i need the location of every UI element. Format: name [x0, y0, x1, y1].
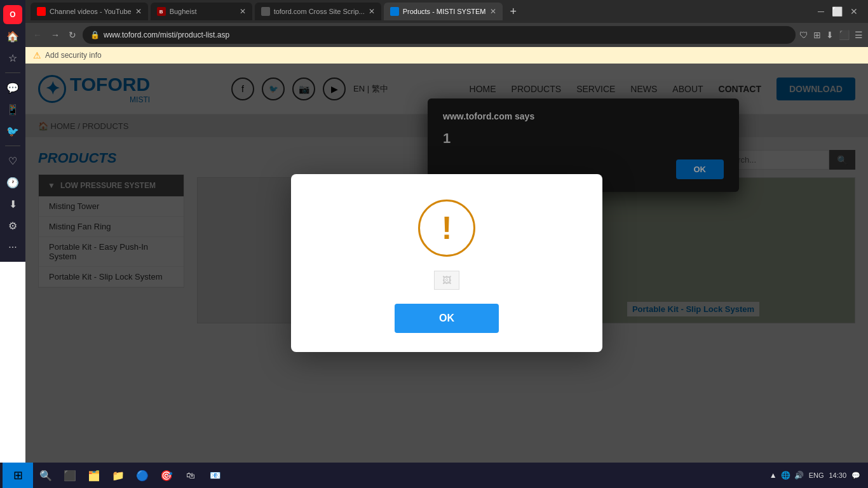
menu-icon[interactable]: ☰	[855, 30, 863, 40]
security-bar: ⚠ Add security info	[25, 47, 868, 64]
volume-icon[interactable]: 🔊	[794, 471, 804, 480]
taskbar-right: ▲ 🌐 🔊 ENG 14:30 💬	[770, 471, 865, 480]
opera-history-icon[interactable]: 🕐	[3, 173, 22, 192]
start-button[interactable]: ⊞	[3, 463, 33, 488]
notification-icon[interactable]: 💬	[851, 471, 860, 480]
broken-image-icon: 🖼	[442, 275, 451, 285]
security-warning-icon: ⚠	[33, 50, 41, 60]
page-wrapper: ✦ TOFORD MISTI f 🐦 📷 ▶ EN | 繁中 HOME PROD…	[25, 64, 868, 488]
back-button[interactable]: ←	[31, 27, 44, 43]
prod-favicon	[390, 7, 399, 16]
windows-logo-icon: ⊞	[13, 468, 23, 482]
taskbar-files-icon: 🗂️	[88, 470, 100, 482]
toolbar-icons: 🛡 ⊞ ⬇ ⬛ ☰	[799, 30, 863, 40]
taskbar-store-button[interactable]: 🛍	[179, 464, 202, 487]
tab-xss-label: toford.com Cross Site Scrip...	[274, 8, 365, 15]
address-text: www.toford.com/misti/product-list.asp	[104, 30, 788, 39]
taskbar-opera-icon: 🎯	[160, 470, 173, 482]
sidebar-toggle-icon[interactable]: ⊞	[813, 30, 821, 40]
xss-favicon	[261, 7, 270, 16]
opera-divider	[5, 72, 20, 73]
taskbar-edge-button[interactable]: 🔵	[131, 464, 154, 487]
opera-download-icon[interactable]: ⬇	[3, 194, 22, 214]
taskbar-mail-button[interactable]: 📧	[203, 464, 226, 487]
youtube-favicon	[37, 7, 46, 16]
restore-button[interactable]: ⬜	[832, 6, 843, 17]
download-manager-icon[interactable]: ⬇	[826, 30, 834, 40]
opera-home-icon[interactable]: 🏠	[3, 27, 22, 46]
taskbar-edge-icon: 🔵	[136, 470, 149, 482]
warning-modal-overlay: ! 🖼 OK	[25, 64, 868, 463]
taskbar-folder-icon: 📁	[112, 470, 125, 482]
taskbar-files-button[interactable]: 🗂️	[83, 464, 105, 487]
reload-button[interactable]: ↻	[66, 27, 79, 43]
browser-title-bar: Channel videos - YouTube ✕ B Bugheist ✕ …	[25, 0, 868, 23]
taskbar-sys-icons: ▲ 🌐 🔊	[770, 471, 804, 480]
windows-taskbar: ⊞ 🔍 ⬛ 🗂️ 📁 🔵 🎯 🛍 �	[0, 463, 868, 488]
taskbar-view-button[interactable]: ⬛	[58, 464, 81, 487]
opera-sidebar: O 🏠 ☆ 💬 📱 🐦 ♡ 🕐 ⬇ ⚙ ···	[0, 0, 25, 262]
bugheist-favicon: B	[157, 7, 166, 16]
browser-toolbar: ← → ↻ 🔒 www.toford.com/misti/product-lis…	[25, 23, 868, 47]
minimize-button[interactable]: ─	[818, 6, 824, 17]
wallet-icon[interactable]: ⬛	[839, 30, 850, 40]
warning-modal: ! 🖼 OK	[291, 174, 602, 352]
opera-divider2	[5, 146, 20, 146]
warning-image: 🖼	[434, 271, 459, 290]
new-tab-button[interactable]: +	[505, 5, 522, 18]
opera-heart-icon[interactable]: ♡	[3, 151, 22, 170]
opera-settings-icon[interactable]: ⚙	[3, 216, 22, 235]
lock-icon: 🔒	[90, 30, 100, 39]
tab-prod-label: Products - MISTI SYSTEM	[403, 8, 486, 15]
security-bar-text[interactable]: Add security info	[45, 51, 102, 60]
taskbar-search-button[interactable]: 🔍	[34, 464, 57, 487]
tab-bugheist-label: Bugheist	[170, 8, 236, 15]
opera-more-icon[interactable]: ···	[3, 238, 22, 257]
taskbar-opera-button[interactable]: 🎯	[155, 464, 178, 487]
taskbar-store-icon: 🛍	[186, 470, 195, 480]
tab-prod-close[interactable]: ✕	[490, 7, 496, 16]
forward-button[interactable]: →	[48, 27, 62, 43]
warning-exclamation: !	[442, 212, 452, 244]
tab-products[interactable]: Products - MISTI SYSTEM ✕	[384, 3, 503, 20]
tab-youtube-close[interactable]: ✕	[135, 7, 142, 16]
opera-messenger-icon[interactable]: 💬	[3, 78, 22, 97]
taskbar-up-icon[interactable]: ▲	[770, 471, 777, 480]
taskbar-time: 14:30	[829, 471, 846, 479]
vpn-icon[interactable]: 🛡	[799, 30, 808, 40]
taskbar-search-icon: 🔍	[39, 470, 52, 482]
taskbar-mail-icon: 📧	[210, 470, 220, 480]
tab-bugheist-close[interactable]: ✕	[240, 7, 246, 16]
taskbar-folder-button[interactable]: 📁	[107, 464, 130, 487]
network-icon[interactable]: 🌐	[781, 471, 790, 480]
taskbar-view-icon: ⬛	[64, 470, 76, 482]
opera-twitter-icon[interactable]: 🐦	[3, 121, 22, 140]
tab-bugheist[interactable]: B Bugheist ✕	[151, 3, 252, 20]
tab-xss-close[interactable]: ✕	[369, 7, 375, 16]
opera-logo-icon[interactable]: O	[3, 5, 22, 24]
tab-toford-xss[interactable]: toford.com Cross Site Scrip... ✕	[255, 3, 381, 20]
warning-ok-button[interactable]: OK	[395, 304, 499, 333]
opera-whatsapp-icon[interactable]: 📱	[3, 100, 22, 119]
address-bar[interactable]: 🔒 www.toford.com/misti/product-list.asp	[83, 26, 796, 44]
close-button[interactable]: ✕	[850, 6, 858, 17]
tab-youtube-label: Channel videos - YouTube	[50, 8, 132, 15]
warning-circle: !	[418, 200, 475, 257]
tab-youtube[interactable]: Channel videos - YouTube ✕	[31, 3, 148, 20]
taskbar-lang: ENG	[809, 471, 824, 479]
opera-bookmarks-icon[interactable]: ☆	[3, 48, 22, 67]
